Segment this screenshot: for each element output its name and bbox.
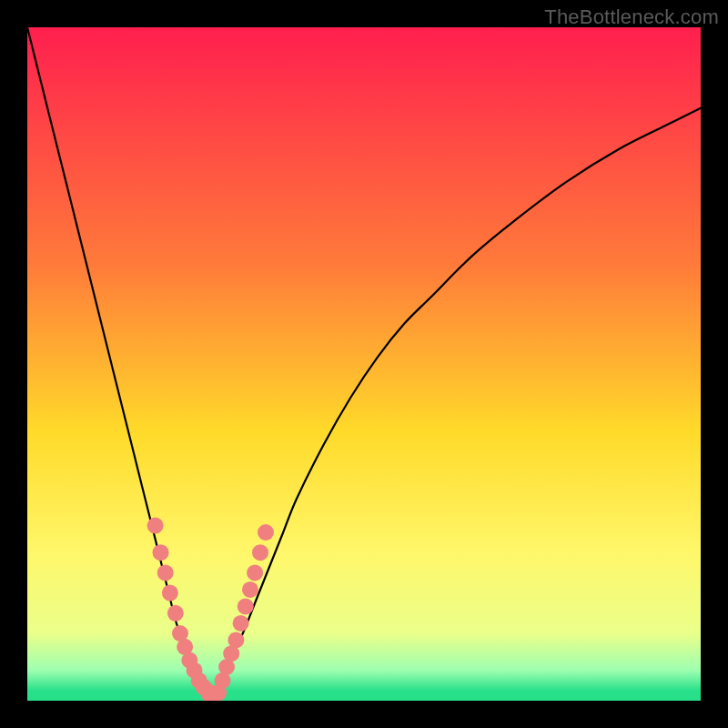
data-point — [157, 564, 174, 581]
data-point — [238, 598, 254, 614]
chart-background — [27, 27, 701, 701]
data-point — [247, 564, 263, 581]
data-point — [233, 615, 249, 632]
data-point — [147, 518, 164, 534]
watermark-text: TheBottleneck.com — [544, 5, 719, 29]
data-point — [242, 581, 258, 598]
data-point — [162, 585, 178, 602]
data-point — [252, 544, 268, 561]
chart-frame — [27, 27, 701, 701]
data-point — [258, 524, 274, 541]
data-point — [228, 632, 244, 648]
data-point — [153, 544, 169, 561]
data-point — [167, 605, 184, 622]
bottleneck-chart — [27, 27, 701, 701]
